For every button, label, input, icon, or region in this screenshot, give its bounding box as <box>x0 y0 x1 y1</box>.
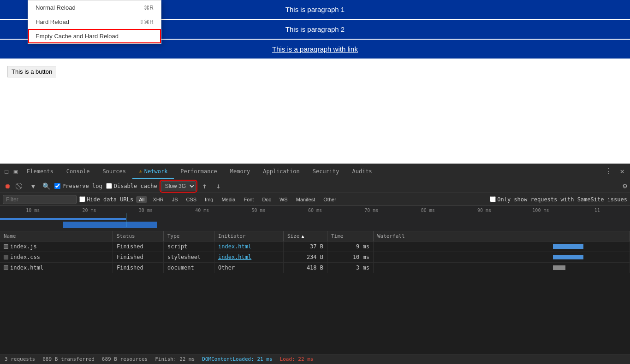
network-table: Name Status Type Initiator Size ▲ Time W… <box>0 231 630 354</box>
paragraph-link-anchor[interactable]: This is a paragraph with link <box>272 45 358 53</box>
th-initiator[interactable]: Initiator <box>214 231 284 241</box>
search-icon[interactable]: 🔍 <box>42 182 51 191</box>
devtools-more-icon[interactable]: ⋮ <box>601 167 616 176</box>
devtools-status-bar: 3 requests 689 B transferred 689 B resou… <box>0 354 630 364</box>
timeline-labels: 10 ms 20 ms 30 ms 40 ms 50 ms 60 ms 70 m… <box>0 208 630 213</box>
timeline-label-3: 40 ms <box>174 208 230 213</box>
table-row: index.html Finished document Other 418 B… <box>0 263 630 273</box>
timeline-label-1: 20 ms <box>61 208 117 213</box>
table-row: index.js Finished script index.html 37 B… <box>0 241 630 252</box>
throttle-select[interactable]: Online Fast 3G Slow 3G Offline <box>161 181 196 191</box>
th-time[interactable]: Time <box>327 231 374 241</box>
menu-item-normal-reload[interactable]: Normal Reload ⌘R <box>28 0 161 15</box>
filter-btn-ws[interactable]: WS <box>277 196 291 203</box>
td-size-indexcss: 234 B <box>284 252 327 262</box>
td-name-indexcss: index.css <box>0 252 113 262</box>
devtools-dock-icon[interactable]: ☐ <box>2 167 11 176</box>
devtools-toolbar: ⏺ ⃠ ▼ 🔍 Preserve log Disable cache Onlin… <box>0 179 630 193</box>
tab-memory[interactable]: Memory <box>224 164 256 179</box>
filter-icon[interactable]: ▼ <box>29 182 38 191</box>
th-size[interactable]: Size ▲ <box>284 231 327 241</box>
timeline-bar-2 <box>63 222 158 228</box>
disable-cache-checkbox[interactable]: Disable cache <box>106 183 157 189</box>
upload-icon[interactable]: ↑ <box>200 181 210 191</box>
waterfall-bar-indexjs <box>553 244 584 249</box>
warning-icon: ⚠ <box>139 164 143 179</box>
download-icon[interactable]: ↓ <box>214 181 224 191</box>
td-initiator-indexjs[interactable]: index.html <box>214 241 284 252</box>
status-load: Load: 22 ms <box>280 356 314 362</box>
tab-security[interactable]: Security <box>306 164 346 179</box>
record-button[interactable]: ⏺ <box>3 182 12 191</box>
td-initiator-indexcss[interactable]: index.html <box>214 252 284 262</box>
devtools-tab-bar: ☐ ▣ Elements Console Sources ⚠ Network P… <box>0 164 630 179</box>
preserve-log-checkbox[interactable]: Preserve log <box>54 183 102 189</box>
filter-btn-other[interactable]: Other <box>321 196 339 203</box>
status-transferred: 689 B transferred <box>42 356 95 362</box>
filter-btn-media[interactable]: Media <box>219 196 238 203</box>
devtools-layout-icon[interactable]: ▣ <box>11 167 20 176</box>
tab-audits[interactable]: Audits <box>345 164 378 179</box>
file-icon-css <box>4 255 8 259</box>
timeline-bars <box>0 213 630 227</box>
filter-bar: Hide data URLs All XHR JS CSS Img Media … <box>0 193 630 206</box>
status-requests: 3 requests <box>5 356 35 362</box>
tab-elements[interactable]: Elements <box>20 164 60 179</box>
status-finish: Finish: 22 ms <box>155 356 195 362</box>
td-name-label-indexcss[interactable]: index.css <box>10 254 40 260</box>
timeline-label-7: 80 ms <box>400 208 456 213</box>
timeline-label-2: 30 ms <box>118 208 174 213</box>
preserve-log-input[interactable] <box>54 183 60 189</box>
td-status-indexjs: Finished <box>113 241 164 252</box>
menu-item-hard-reload-shortcut: ⇧⌘R <box>139 19 154 25</box>
filter-btn-img[interactable]: Img <box>202 196 216 203</box>
tab-network[interactable]: ⚠ Network <box>132 164 174 179</box>
filter-btn-manifest[interactable]: Manifest <box>293 196 318 203</box>
timeline-label-4: 50 ms <box>230 208 286 213</box>
timeline-vertical-line <box>126 213 126 227</box>
filter-input[interactable] <box>3 195 77 204</box>
samesite-checkbox[interactable]: Only show requests with SameSite issues <box>490 196 627 203</box>
clear-button[interactable]: ⃠ <box>16 182 25 191</box>
page-button[interactable]: This is a button <box>7 66 56 77</box>
td-time-indexjs: 9 ms <box>327 241 374 252</box>
td-name-label-indexjs[interactable]: index.js <box>10 243 37 250</box>
samesite-input[interactable] <box>490 196 496 202</box>
td-waterfall-indexjs <box>374 241 630 252</box>
th-status[interactable]: Status <box>113 231 164 241</box>
timeline-label-10: 11 <box>569 208 625 213</box>
td-waterfall-indexcss <box>374 252 630 262</box>
th-waterfall[interactable]: Waterfall <box>374 231 630 241</box>
tab-console[interactable]: Console <box>60 164 96 179</box>
th-type[interactable]: Type <box>164 231 214 241</box>
filter-btn-css[interactable]: CSS <box>183 196 199 203</box>
hide-data-urls-checkbox[interactable]: Hide data URLs <box>79 196 133 203</box>
tab-application[interactable]: Application <box>256 164 306 179</box>
td-name-indexhtml: index.html <box>0 263 113 273</box>
menu-item-hard-reload[interactable]: Hard Reload ⇧⌘R <box>28 15 161 29</box>
menu-item-empty-cache[interactable]: Empty Cache and Hard Reload <box>28 29 161 43</box>
filter-btn-all[interactable]: All <box>136 196 147 203</box>
td-initiator-indexhtml: Other <box>214 263 284 273</box>
tab-sources[interactable]: Sources <box>96 164 132 179</box>
td-name-label-indexhtml[interactable]: index.html <box>10 264 43 271</box>
filter-btn-doc[interactable]: Doc <box>259 196 274 203</box>
disable-cache-input[interactable] <box>106 183 112 189</box>
settings-icon[interactable]: ⚙ <box>623 182 627 190</box>
filter-btn-font[interactable]: Font <box>241 196 256 203</box>
disable-cache-label: Disable cache <box>114 183 157 189</box>
tab-network-inner: ⚠ Network <box>139 164 167 179</box>
devtools-panel: ☐ ▣ Elements Console Sources ⚠ Network P… <box>0 164 630 364</box>
tab-performance[interactable]: Performance <box>174 164 223 179</box>
devtools-close-icon[interactable]: ✕ <box>616 167 628 176</box>
status-resources: 689 B resources <box>102 356 148 362</box>
timeline-label-6: 70 ms <box>343 208 399 213</box>
hide-data-urls-input[interactable] <box>79 196 85 202</box>
hide-data-urls-label: Hide data URLs <box>87 196 133 203</box>
td-size-indexjs: 37 B <box>284 241 327 252</box>
td-type-indexhtml: document <box>164 263 214 273</box>
th-name[interactable]: Name <box>0 231 113 241</box>
waterfall-bar-indexcss <box>553 255 584 259</box>
filter-btn-xhr[interactable]: XHR <box>150 196 166 203</box>
filter-btn-js[interactable]: JS <box>169 196 181 203</box>
